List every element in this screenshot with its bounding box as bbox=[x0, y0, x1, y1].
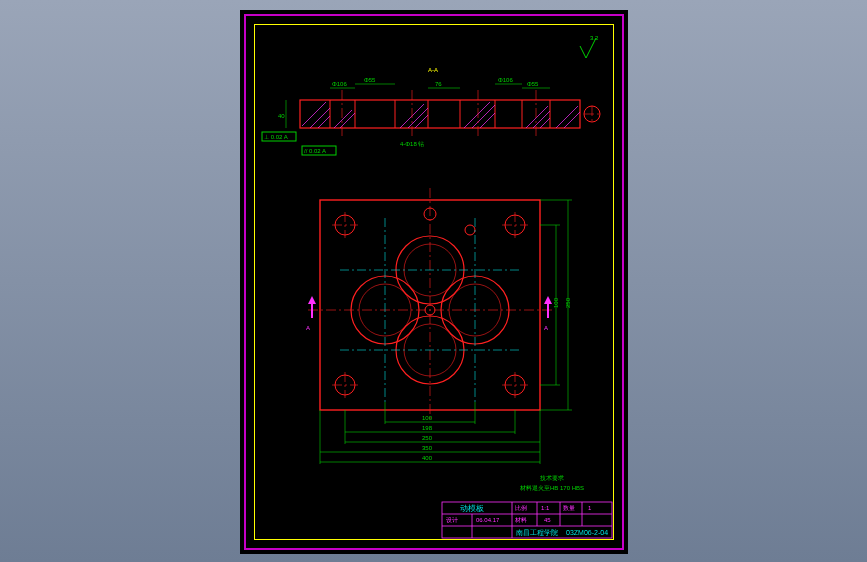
drawing-sheet: 3.2 bbox=[240, 10, 628, 554]
frame-inner bbox=[254, 24, 614, 540]
